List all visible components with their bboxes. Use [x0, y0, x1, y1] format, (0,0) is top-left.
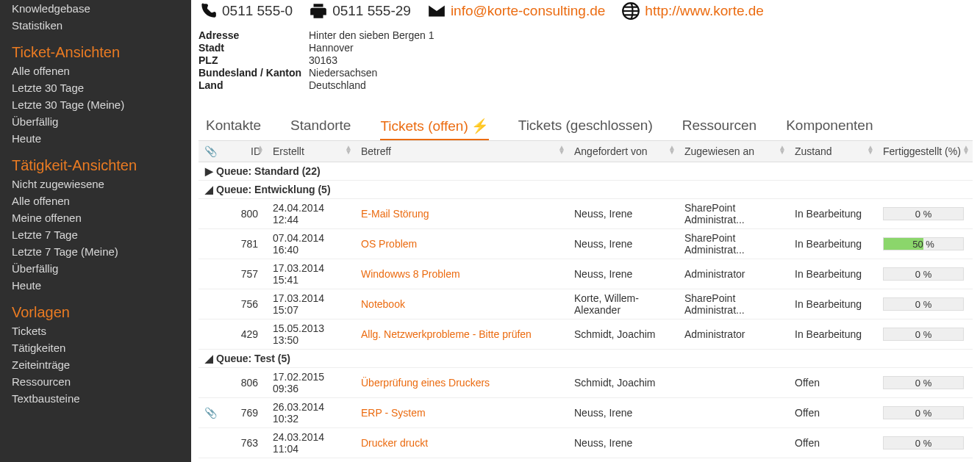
col-fertig[interactable]: Fertiggestellt (%)▲▼	[877, 141, 973, 162]
ticket-link[interactable]: ERP - System	[361, 407, 426, 419]
cell-id: 769	[223, 398, 267, 428]
value-adresse: Hinter den sieben Bergen 1	[309, 29, 973, 41]
sidebar-item[interactable]: Letzte 30 Tage (Meine)	[12, 96, 179, 113]
ticket-row[interactable]: 78107.04.2014 16:40OS ProblemNeuss, Iren…	[198, 229, 973, 259]
tab-ressourcen[interactable]: Ressourcen	[682, 113, 757, 140]
cell-betreff: Überprüfung eines Druckers	[355, 368, 568, 398]
sidebar-item[interactable]: Alle offenen	[12, 192, 179, 209]
cell-id: 800	[223, 199, 267, 229]
sidebar-item[interactable]: Überfällig	[12, 260, 179, 277]
globe-icon	[621, 1, 640, 21]
sidebar-item[interactable]: Letzte 7 Tage	[12, 226, 179, 243]
sidebar-item[interactable]: Überfällig	[12, 113, 179, 130]
ticket-link[interactable]: Notebook	[361, 298, 405, 310]
col-zugewiesen[interactable]: Zugewiesen an▲▼	[679, 141, 789, 162]
tab-tickets-closed[interactable]: Tickets (geschlossen)	[518, 113, 653, 140]
sidebar-item[interactable]: Alle offenen	[12, 62, 179, 79]
email[interactable]: info@korte-consulting.de	[427, 1, 605, 21]
cell-angefordert: Neuss, Irene	[568, 229, 679, 259]
cell-progress: 0 %	[877, 259, 973, 289]
queue-group[interactable]: ◢Queue: Test (5)	[198, 350, 973, 368]
sidebar-item[interactable]: Meine offenen	[12, 209, 179, 226]
ticket-link[interactable]: OS Problem	[361, 238, 417, 250]
tab-kontakte[interactable]: Kontakte	[206, 113, 261, 140]
cell-progress: 0 %	[877, 289, 973, 320]
cell-attachment	[198, 289, 223, 320]
cell-angefordert: Neuss, Irene	[568, 428, 679, 458]
ticket-link[interactable]: Allg. Netzwerkprobleme - Bitte prüfen	[361, 328, 532, 340]
sidebar-item[interactable]: Tickets	[12, 322, 179, 339]
sidebar-item[interactable]: Textbausteine	[12, 390, 179, 407]
sidebar-item[interactable]: Nicht zugewiesene	[12, 176, 179, 192]
group-toggle-icon[interactable]: ◢	[204, 184, 213, 195]
ticket-row[interactable]: 42915.05.2013 13:50Allg. Netzwerkproblem…	[198, 320, 973, 350]
tab-tickets-open[interactable]: Tickets (offen)⚡	[380, 113, 488, 140]
sidebar-item[interactable]: Ressourcen	[12, 373, 179, 390]
fax-icon	[309, 1, 328, 21]
website-link[interactable]: http://www.korte.de	[645, 3, 764, 19]
ticket-row[interactable]: 75617.03.2014 15:07NotebookKorte, Willem…	[198, 289, 973, 320]
label-region: Bundesland / Kanton	[198, 67, 301, 79]
cell-angefordert: Neuss, Irene	[568, 398, 679, 428]
sidebar-item[interactable]: Statistiken	[12, 17, 179, 34]
col-zustand[interactable]: Zustand▲▼	[789, 141, 877, 162]
cell-attachment	[198, 320, 223, 350]
ticket-row[interactable]: 📎76926.03.2014 10:32ERP - SystemNeuss, I…	[198, 398, 973, 428]
tab-standorte[interactable]: Standorte	[290, 113, 351, 140]
queue-group[interactable]: ◢Queue: Entwicklung (5)	[198, 181, 973, 199]
sidebar-item[interactable]: Zeiteinträge	[12, 356, 179, 373]
queue-group[interactable]: ▶Queue: Standard (22)	[198, 162, 973, 181]
website[interactable]: http://www.korte.de	[621, 1, 764, 21]
sidebar-item[interactable]: Heute	[12, 130, 179, 147]
cell-attachment	[198, 428, 223, 458]
cell-zugewiesen	[679, 368, 789, 398]
cell-erstellt: 17.02.2015 09:36	[267, 368, 355, 398]
cell-zustand: In Bearbeitung	[789, 320, 877, 350]
cell-zustand: Offen	[789, 458, 877, 463]
ticket-link[interactable]: Überprüfung eines Druckers	[361, 377, 490, 389]
email-link[interactable]: info@korte-consulting.de	[451, 3, 605, 19]
ticket-row[interactable]: 80617.02.2015 09:36Überprüfung eines Dru…	[198, 368, 973, 398]
ticket-link[interactable]: Drucker druckt	[361, 437, 428, 449]
col-betreff[interactable]: Betreff▲▼	[355, 141, 568, 162]
tab-komponenten[interactable]: Komponenten	[786, 113, 873, 140]
group-toggle-icon[interactable]: ▶	[204, 165, 213, 177]
col-id[interactable]: ID▲▼	[223, 141, 267, 162]
queue-label: Queue: Test (5)	[216, 353, 290, 364]
phone: 0511 555-0	[198, 1, 293, 21]
label-adresse: Adresse	[198, 29, 301, 41]
sidebar-item[interactable]: Heute	[12, 277, 179, 294]
sidebar-heading[interactable]: Tätigkeit-Ansichten	[12, 157, 179, 174]
ticket-row[interactable]: 75717.03.2014 15:41Windowws 8 ProblemNeu…	[198, 259, 973, 289]
cell-angefordert: Korte, Willem-Alexander	[568, 289, 679, 320]
ticket-row[interactable]: 80024.04.2014 12:44E-Mail StörungNeuss, …	[198, 199, 973, 229]
cell-zugewiesen: Administrator	[679, 259, 789, 289]
sidebar-item[interactable]: Letzte 30 Tage	[12, 79, 179, 96]
cell-angefordert: Neuss, Irene	[568, 259, 679, 289]
cell-erstellt: 21.03.2014 10:53	[267, 458, 355, 463]
cell-zustand: In Bearbeitung	[789, 199, 877, 229]
ticket-link[interactable]: Windowws 8 Problem	[361, 268, 460, 280]
ticket-row[interactable]: 76021.03.2014 10:53Überprüfung eines Dru…	[198, 458, 973, 463]
sidebar-heading[interactable]: Ticket-Ansichten	[12, 44, 179, 61]
cell-progress: 0 %	[877, 398, 973, 428]
cell-progress: 0 %	[877, 320, 973, 350]
sidebar-item[interactable]: Letzte 7 Tage (Meine)	[12, 243, 179, 260]
fax-number: 0511 555-29	[332, 3, 411, 19]
cell-progress: 0 %	[877, 428, 973, 458]
cell-zustand: Offen	[789, 428, 877, 458]
mail-icon	[427, 1, 446, 21]
sidebar-heading[interactable]: Vorlagen	[12, 304, 179, 321]
ticket-row[interactable]: 76324.03.2014 11:04Drucker drucktNeuss, …	[198, 428, 973, 458]
col-attachment[interactable]: 📎	[198, 141, 223, 162]
tickets-table: 📎 ID▲▼ Erstellt▲▼ Betreff▲▼ Angefordert …	[198, 141, 973, 462]
cell-id: 429	[223, 320, 267, 350]
sidebar-item[interactable]: Tätigkeiten	[12, 339, 179, 356]
col-erstellt[interactable]: Erstellt▲▼	[267, 141, 355, 162]
cell-attachment	[198, 199, 223, 229]
group-toggle-icon[interactable]: ◢	[204, 353, 213, 364]
cell-betreff: OS Problem	[355, 229, 568, 259]
col-angefordert[interactable]: Angefordert von▲▼	[568, 141, 679, 162]
ticket-link[interactable]: E-Mail Störung	[361, 208, 429, 220]
sidebar-item[interactable]: Knowledgebase	[12, 0, 179, 17]
